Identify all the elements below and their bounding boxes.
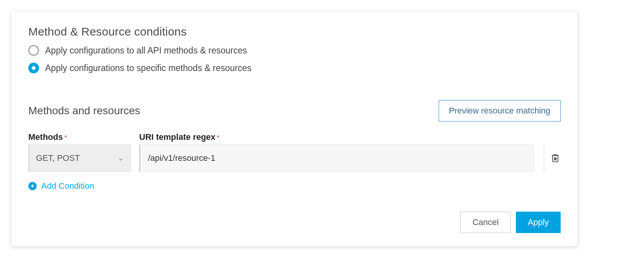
footer-actions: Cancel Apply — [28, 212, 561, 233]
methods-select-value: GET, POST — [36, 153, 80, 163]
scope-radio-group: Apply configurations to all API methods … — [28, 45, 561, 73]
uri-column-label: URI template regex — [139, 132, 215, 142]
apply-button[interactable]: Apply — [516, 212, 561, 233]
radio-apply-specific[interactable]: Apply configurations to specific methods… — [28, 63, 561, 73]
condition-row: GET, POST ⌄ — [28, 144, 561, 172]
add-condition-label: Add Condition — [41, 181, 94, 191]
delete-condition-button[interactable] — [544, 144, 561, 172]
methods-select[interactable]: GET, POST ⌄ — [28, 144, 131, 172]
radio-apply-specific-label: Apply configurations to specific methods… — [45, 63, 252, 73]
uri-template-regex-input[interactable] — [147, 153, 527, 164]
columns-header: Methods* URI template regex* — [28, 132, 561, 142]
preview-resource-matching-button[interactable]: Preview resource matching — [439, 100, 561, 121]
add-condition-button[interactable]: + Add Condition — [28, 181, 561, 191]
method-resource-conditions-panel: Method & Resource conditions Apply confi… — [11, 11, 577, 246]
radio-apply-all-label: Apply configurations to all API methods … — [45, 45, 247, 56]
radio-unchecked-icon — [28, 45, 39, 56]
panel-title: Method & Resource conditions — [28, 25, 561, 38]
required-marker: * — [64, 134, 67, 141]
methods-column-label: Methods — [28, 132, 63, 142]
cancel-button[interactable]: Cancel — [460, 212, 510, 233]
uri-input-container — [139, 144, 534, 172]
section-title: Methods and resources — [28, 105, 140, 117]
section-header: Methods and resources Preview resource m… — [28, 100, 561, 121]
chevron-down-icon: ⌄ — [118, 154, 124, 162]
required-marker: * — [217, 134, 219, 141]
plus-circle-icon: + — [28, 182, 37, 190]
radio-checked-icon — [28, 63, 39, 73]
trash-icon — [550, 152, 561, 164]
radio-apply-all[interactable]: Apply configurations to all API methods … — [28, 45, 561, 56]
